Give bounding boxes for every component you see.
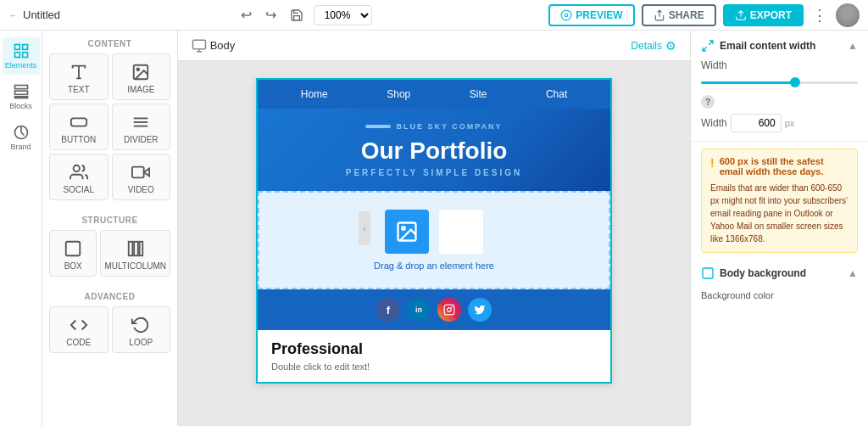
- image-label: IMAGE: [127, 85, 154, 94]
- video-element[interactable]: VIDEO: [112, 154, 171, 200]
- help-icon[interactable]: ?: [701, 95, 715, 109]
- svg-point-33: [448, 308, 452, 312]
- slider-track: [701, 81, 858, 84]
- bg-icon: [701, 266, 715, 280]
- svg-point-34: [452, 307, 453, 308]
- loop-element[interactable]: LOOP: [112, 306, 171, 353]
- export-button[interactable]: EXPORT: [723, 4, 804, 26]
- sidebar-item-elements[interactable]: Elements: [3, 37, 40, 75]
- width-input[interactable]: [731, 114, 782, 132]
- details-link[interactable]: Details ⚙: [631, 39, 676, 53]
- email-nav: Home Shop Site Chat: [258, 80, 610, 109]
- svg-rect-25: [134, 242, 138, 256]
- svg-marker-21: [144, 168, 149, 176]
- page-title: Untitled: [23, 8, 60, 21]
- email-logo: BLUE SKY COMPANY: [271, 122, 597, 131]
- slider-thumb[interactable]: [790, 77, 800, 87]
- collapse-panel-handle[interactable]: ‹: [359, 211, 370, 245]
- code-element[interactable]: CODE: [49, 306, 108, 353]
- undo-button[interactable]: ↩: [237, 5, 255, 25]
- svg-rect-32: [444, 305, 454, 315]
- social-instagram[interactable]: [437, 298, 461, 322]
- back-icon[interactable]: ←: [8, 10, 18, 20]
- canvas-header: Body Details ⚙: [178, 31, 690, 61]
- divider-element[interactable]: DIVIDER: [112, 104, 171, 150]
- elements-panel: CONTENT TEXT IMAGE BUTTON DIVIDER SOCIAL: [42, 31, 178, 426]
- multicolumn-label: MULTICOLUMN: [104, 261, 166, 271]
- warning-body: Emails that are wider than 600-650 px mi…: [710, 182, 849, 245]
- bg-color-label: Background color: [691, 287, 868, 307]
- footer-text[interactable]: Double click to edit text!: [271, 362, 597, 372]
- canvas-area: Body Details ⚙ ‹ Home Shop Site Chat: [178, 31, 690, 426]
- canvas-content[interactable]: Home Shop Site Chat BLUE SKY COMPANY Our…: [178, 61, 690, 426]
- svg-rect-7: [22, 53, 27, 58]
- zoom-select[interactable]: 100%: [314, 5, 372, 25]
- social-linkedin[interactable]: in: [407, 298, 431, 322]
- width-input-label: Width: [701, 117, 727, 129]
- hero-title: Our Portfolio: [271, 137, 597, 165]
- drop-image-placeholder: [385, 210, 429, 254]
- text-element[interactable]: TEXT: [49, 53, 108, 100]
- warning-header: ! 600 px is still the safest email width…: [710, 156, 849, 177]
- sidebar-item-brand[interactable]: Brand: [3, 119, 40, 156]
- svg-rect-35: [703, 268, 713, 278]
- share-button[interactable]: SHARE: [642, 4, 716, 26]
- slider-fill: [701, 81, 795, 84]
- more-options-button[interactable]: ⋮: [810, 4, 829, 26]
- width-row: Width: [701, 59, 858, 71]
- sidebar-item-brand-label: Brand: [10, 143, 31, 151]
- email-width-section: Email content width ▲ Width ? Width px: [691, 31, 868, 142]
- advanced-section-title: ADVANCED: [42, 283, 177, 306]
- social-facebook[interactable]: f: [376, 298, 400, 322]
- slider-container[interactable]: [701, 76, 858, 88]
- divider-label: DIVIDER: [124, 135, 159, 144]
- top-bar-left: ← Untitled: [8, 8, 60, 21]
- code-label: CODE: [66, 338, 91, 347]
- email-drop-inner: [385, 210, 483, 254]
- bg-section-collapse[interactable]: ▲: [848, 267, 858, 279]
- width-input-row: Width px: [701, 114, 858, 132]
- body-icon: [192, 38, 207, 53]
- preview-button[interactable]: PREVIEW: [548, 4, 634, 26]
- email-frame: Home Shop Site Chat BLUE SKY COMPANY Our…: [256, 78, 612, 384]
- svg-rect-27: [193, 40, 206, 49]
- nav-home[interactable]: Home: [301, 88, 328, 100]
- nav-site[interactable]: Site: [470, 88, 487, 100]
- box-element[interactable]: BOX: [49, 230, 97, 277]
- email-width-header: Email content width ▲: [701, 39, 858, 53]
- footer-title[interactable]: Professional: [271, 340, 597, 358]
- email-drop-zone[interactable]: Drag & drop an element here: [258, 191, 610, 289]
- save-button[interactable]: [287, 7, 307, 24]
- warning-icon: !: [710, 156, 715, 170]
- warning-box: ! 600 px is still the safest email width…: [701, 149, 858, 253]
- top-bar-center: ↩ ↪ 100%: [67, 5, 542, 25]
- gear-icon: ⚙: [665, 39, 676, 53]
- nav-chat[interactable]: Chat: [546, 88, 567, 100]
- body-bg-section: Body background ▲: [691, 260, 868, 287]
- svg-point-0: [561, 10, 571, 20]
- svg-rect-24: [128, 242, 132, 256]
- multicolumn-element[interactable]: MULTICOLUMN: [100, 230, 170, 277]
- svg-rect-5: [22, 45, 27, 50]
- svg-point-1: [565, 14, 569, 17]
- button-element[interactable]: BUTTON: [49, 104, 108, 150]
- width-section-collapse[interactable]: ▲: [848, 40, 858, 52]
- social-element[interactable]: SOCIAL: [49, 154, 108, 200]
- sidebar-item-blocks[interactable]: Blocks: [3, 78, 40, 115]
- width-icon: [701, 39, 715, 53]
- nav-shop[interactable]: Shop: [387, 88, 410, 100]
- svg-rect-16: [71, 118, 86, 126]
- svg-rect-23: [66, 242, 81, 256]
- advanced-grid: CODE LOOP: [42, 306, 177, 360]
- drop-image-white: [439, 210, 483, 254]
- redo-button[interactable]: ↪: [262, 5, 280, 25]
- svg-rect-10: [14, 97, 27, 98]
- button-label: BUTTON: [61, 135, 96, 144]
- svg-point-15: [137, 68, 140, 70]
- text-label: TEXT: [68, 85, 90, 94]
- top-bar-right: PREVIEW SHARE EXPORT ⋮: [548, 3, 860, 27]
- box-label: BOX: [64, 261, 82, 271]
- image-element[interactable]: IMAGE: [112, 53, 171, 100]
- avatar[interactable]: [836, 3, 860, 27]
- social-twitter[interactable]: [468, 298, 492, 322]
